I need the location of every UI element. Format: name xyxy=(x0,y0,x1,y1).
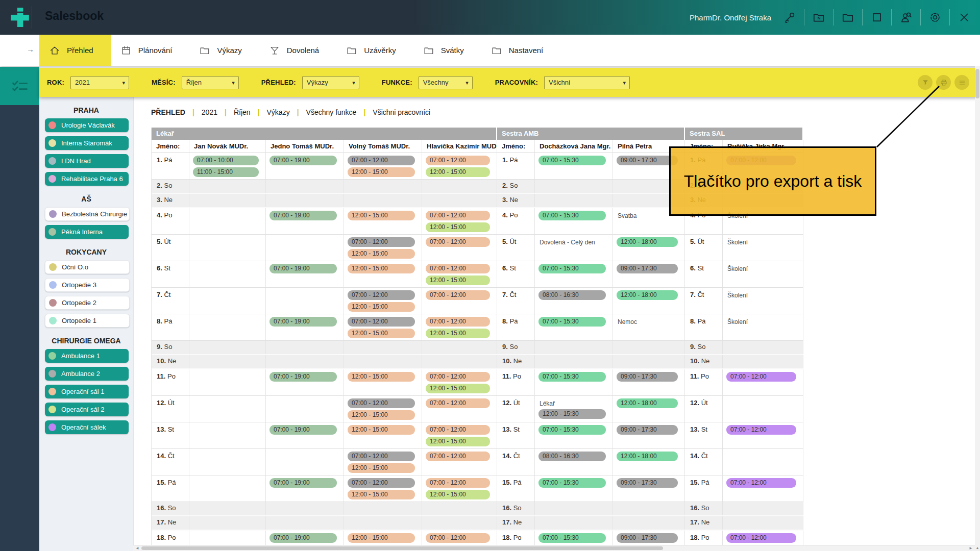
sidebar-item-ortopedie-1[interactable]: Ortopedie 1 xyxy=(45,314,130,328)
shift-chip[interactable]: 07:00 - 12:00 xyxy=(426,452,490,461)
shift-chip[interactable]: 12:00 - 15:00 xyxy=(426,222,490,232)
shift-chip[interactable]: 12:00 - 15:00 xyxy=(348,302,415,312)
shift-chip[interactable]: 12:00 - 18:00 xyxy=(617,290,678,300)
folder-icon[interactable] xyxy=(840,10,855,25)
gear-icon[interactable] xyxy=(927,10,943,25)
shift-chip[interactable]: 07:00 - 12:00 xyxy=(426,290,490,300)
shift-chip[interactable]: 09:00 - 17:30 xyxy=(617,372,678,382)
shift-chip[interactable]: 07:00 - 12:00 xyxy=(348,478,415,488)
shift-chip[interactable]: 12:00 - 15:00 xyxy=(426,384,490,393)
shift-chip[interactable]: 12:00 - 15:00 xyxy=(348,533,415,543)
horizontal-scrollbar[interactable]: ◄ ► xyxy=(133,545,975,551)
schedule-note[interactable]: Dovolená - Celý den xyxy=(540,239,612,246)
user-search-icon[interactable] xyxy=(898,10,914,25)
vertical-scrollbar[interactable]: ▲ xyxy=(975,66,980,551)
shift-chip[interactable]: 07:00 - 12:00 xyxy=(726,372,796,382)
shift-chip[interactable]: 07:00 - 12:00 xyxy=(426,372,490,382)
shift-chip[interactable]: 12:00 - 15:00 xyxy=(348,425,415,435)
sidebar-item-ldn-hrad[interactable]: LDN Hrad xyxy=(45,154,129,168)
scroll-right-icon[interactable]: ► xyxy=(967,545,974,551)
tab-svatky[interactable]: Svátky xyxy=(413,35,481,66)
shift-chip[interactable]: 09:00 - 17:30 xyxy=(617,533,678,543)
schedule-note[interactable]: Nemoc xyxy=(618,318,684,325)
sidebar-item-oc-ni-o-o[interactable]: Oční O.o xyxy=(45,260,130,274)
schedule-note[interactable]: Školení xyxy=(727,265,803,272)
shift-chip[interactable]: 12:00 - 15:00 xyxy=(348,211,415,220)
shift-chip[interactable]: 07:00 - 15:30 xyxy=(538,478,606,488)
schedule-note[interactable]: Školení xyxy=(727,239,803,246)
shift-chip[interactable]: 11:00 - 15:00 xyxy=(193,167,259,177)
sidebar-item-rehabilitace-praha-6[interactable]: Rehabilitace Praha 6 xyxy=(45,172,129,186)
shift-chip[interactable]: 09:00 - 17:30 xyxy=(617,425,678,435)
shift-chip[interactable]: 07:00 - 19:00 xyxy=(270,425,337,435)
shift-chip[interactable]: 12:00 - 15:00 xyxy=(348,372,415,382)
shift-chip[interactable]: 12:00 - 15:00 xyxy=(348,410,415,420)
sidebar-item-operac-ni-sa-l-1[interactable]: Operační sál 1 xyxy=(45,385,129,398)
tab-uzaverky[interactable]: Uzávěrky xyxy=(336,35,413,66)
scroll-left-icon[interactable]: ◄ xyxy=(134,545,141,551)
tab-nastaveni[interactable]: Nastavení xyxy=(481,35,561,66)
shift-chip[interactable]: 08:00 - 16:30 xyxy=(538,290,606,300)
shift-chip[interactable]: 09:00 - 17:30 xyxy=(617,156,678,165)
shift-chip[interactable]: 09:00 - 17:30 xyxy=(617,264,678,273)
shift-chip[interactable]: 07:00 - 12:00 xyxy=(426,237,490,247)
filter-select-pehled[interactable]: Výkazy▾ xyxy=(302,76,359,89)
schedule-note[interactable]: Školení xyxy=(727,292,803,299)
shift-chip[interactable]: 07:00 - 15:30 xyxy=(538,317,606,327)
checklist-toggle-button[interactable] xyxy=(0,67,39,105)
tab-dovolena[interactable]: Dovolená xyxy=(259,35,336,66)
arrow-right-icon[interactable]: → xyxy=(27,45,34,54)
shift-chip[interactable]: 07:00 - 15:30 xyxy=(538,372,606,382)
shift-chip[interactable]: 07:00 - 12:00 xyxy=(426,398,490,408)
shift-chip[interactable]: 12:00 - 15:00 xyxy=(426,490,490,499)
schedule-note[interactable]: Školení xyxy=(727,318,803,325)
sidebar-item-ambulance-2[interactable]: Ambulance 2 xyxy=(45,367,129,381)
shift-chip[interactable]: 07:00 - 15:30 xyxy=(538,533,606,543)
shift-chip[interactable]: 07:00 - 12:00 xyxy=(348,452,415,461)
tab-vykazy[interactable]: Výkazy xyxy=(189,35,259,66)
shift-chip[interactable]: 07:00 - 15:30 xyxy=(538,156,606,165)
scroll-up-icon[interactable]: ▲ xyxy=(975,545,980,551)
sidebar-item-ortopedie-3[interactable]: Ortopedie 3 xyxy=(45,278,130,292)
shift-chip[interactable]: 07:00 - 12:00 xyxy=(726,533,796,543)
shift-chip[interactable]: 07:00 - 15:30 xyxy=(538,264,606,273)
shift-chip[interactable]: 12:00 - 15:00 xyxy=(348,463,415,473)
shift-chip[interactable]: 07:00 - 12:00 xyxy=(426,317,490,327)
sidebar-item-ambulance-1[interactable]: Ambulance 1 xyxy=(45,349,129,363)
stop-square-icon[interactable] xyxy=(869,10,885,25)
shift-chip[interactable]: 12:00 - 15:30 xyxy=(538,409,606,419)
sidebar-item-pe-kna-interna[interactable]: Pěkná Interna xyxy=(45,225,129,239)
sidebar-item-interna-staroma-k[interactable]: Interna Staromák xyxy=(45,136,129,150)
sidebar-item-ortopedie-2[interactable]: Ortopedie 2 xyxy=(45,296,130,310)
shift-chip[interactable]: 12:00 - 15:00 xyxy=(426,167,490,177)
sidebar-item-bezbolestna-chirurgie[interactable]: Bezbolestná Chirurgie xyxy=(45,207,130,221)
shift-chip[interactable]: 12:00 - 15:00 xyxy=(348,329,415,338)
shift-chip[interactable]: 12:00 - 18:00 xyxy=(617,398,678,408)
horizontal-scroll-thumb[interactable] xyxy=(141,546,663,550)
shift-chip[interactable]: 12:00 - 15:00 xyxy=(348,167,415,177)
folder-n-icon[interactable]: N xyxy=(811,10,826,25)
shift-chip[interactable]: 07:00 - 19:00 xyxy=(270,478,337,488)
schedule-note[interactable]: Lékař xyxy=(540,400,612,407)
shift-chip[interactable]: 07:00 - 19:00 xyxy=(270,264,337,273)
sidebar-item-urologie-va-clava-k[interactable]: Urologie Václavák xyxy=(45,118,129,132)
shift-chip[interactable]: 07:00 - 12:00 xyxy=(726,478,796,488)
shift-chip[interactable]: 12:00 - 18:00 xyxy=(617,237,678,247)
shift-chip[interactable]: 07:00 - 12:00 xyxy=(348,317,415,327)
shift-chip[interactable]: 07:00 - 12:00 xyxy=(426,264,490,273)
menu-icon[interactable] xyxy=(954,75,969,90)
shift-chip[interactable]: 07:00 - 12:00 xyxy=(426,533,490,543)
filter-select-funkce[interactable]: Všechny▾ xyxy=(419,76,473,89)
sidebar-item-operac-ni-sa-lek[interactable]: Operační sálek xyxy=(45,420,129,434)
close-icon[interactable] xyxy=(957,10,972,25)
shift-chip[interactable]: 07:00 - 19:00 xyxy=(270,533,337,543)
tab-planovani[interactable]: Plánování xyxy=(111,35,190,66)
shift-chip[interactable]: 07:00 - 10:00 xyxy=(193,156,259,165)
shift-chip[interactable]: 07:00 - 15:30 xyxy=(538,425,606,435)
filter-select-msc[interactable]: Říjen▾ xyxy=(182,76,239,89)
shift-chip[interactable]: 07:00 - 19:00 xyxy=(270,211,337,220)
shift-chip[interactable]: 07:00 - 12:00 xyxy=(426,478,490,488)
shift-chip[interactable]: 12:00 - 18:00 xyxy=(617,452,678,461)
shift-chip[interactable]: 12:00 - 15:00 xyxy=(348,249,415,259)
tab-prehled[interactable]: Přehled xyxy=(39,35,111,66)
